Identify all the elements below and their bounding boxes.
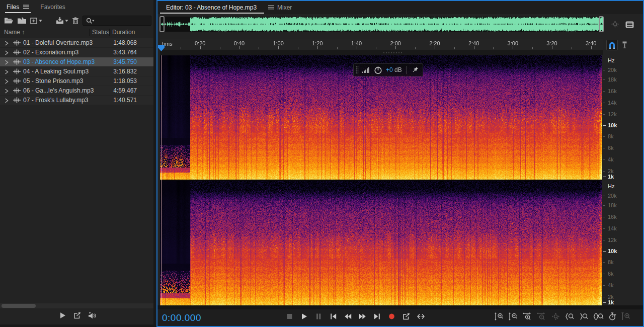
column-duration[interactable]: Duration	[112, 29, 135, 36]
frequency-scale-left-channel[interactable]: Hz20k18k16k14k12k10k8k6k4k2k1k	[603, 55, 644, 180]
file-duration: 3:16.832	[113, 68, 137, 75]
file-row-6[interactable]: 06 - Ga...le's Anguish.mp34:59.467	[0, 86, 153, 95]
trash-icon[interactable]	[72, 17, 79, 24]
overview-left-handle[interactable]	[159, 16, 165, 32]
panel-list-icon[interactable]	[625, 21, 634, 28]
import-folder-icon[interactable]	[17, 17, 27, 24]
ruler-tick	[395, 46, 396, 49]
frequency-label: 16k	[608, 88, 617, 94]
column-name[interactable]: Name ↑	[4, 29, 25, 36]
expand-chevron-icon[interactable]	[5, 88, 9, 95]
expand-chevron-icon[interactable]	[5, 59, 9, 66]
search-input[interactable]	[83, 16, 151, 26]
zoom-scrollbar-grip[interactable]	[383, 52, 402, 53]
spectrogram-display[interactable]	[160, 55, 602, 305]
speaker-button[interactable]	[88, 312, 97, 319]
timeline-ruler[interactable]: hms0:200:401:001:201:402:002:202:403:003…	[160, 39, 603, 50]
ruler-time-label: 2:20	[429, 40, 440, 46]
frequency-label: 20k	[608, 67, 617, 73]
zoom-in-horizontal-button[interactable]	[523, 312, 532, 320]
tab-mixer[interactable]: Mixer	[274, 1, 295, 14]
expand-chevron-icon[interactable]	[5, 69, 9, 76]
editor-tabbar: Editor: 03 - Absence of Hope.mp3 Mixer	[156, 0, 644, 14]
ruler-buttons	[606, 40, 628, 50]
frequency-unit-label: Hz	[608, 183, 614, 189]
pause-button[interactable]	[315, 313, 323, 320]
waveform-file-icon	[13, 39, 21, 48]
frequency-tick	[603, 251, 606, 252]
frequency-tick	[603, 274, 605, 274]
expand-chevron-icon[interactable]	[5, 40, 9, 47]
next-button[interactable]	[373, 313, 381, 320]
spectrogram-canvas[interactable]	[160, 55, 602, 305]
prev-button[interactable]	[330, 313, 337, 320]
frequency-scale[interactable]: Hz20k18k16k14k12k10k8k6k4k2k1k Hz20k18k1…	[603, 55, 644, 305]
zoom-out-horizontal-button[interactable]	[537, 312, 546, 320]
forward-button[interactable]	[359, 313, 366, 320]
tab-files[interactable]: Files	[5, 0, 31, 14]
frequency-scale-right-channel[interactable]: Hz20k18k16k14k12k10k8k6k4k2k1k	[603, 181, 644, 305]
expand-chevron-icon[interactable]	[5, 50, 9, 57]
skip-move-button[interactable]	[417, 313, 425, 320]
play-button[interactable]	[59, 312, 66, 319]
file-row-2[interactable]: 02 - Excoriation.mp33:43.764	[0, 48, 153, 57]
file-row-4[interactable]: 04 - A Leaking Soul.mp33:16.832	[0, 67, 153, 76]
expand-chevron-icon[interactable]	[5, 98, 9, 105]
loop-button[interactable]	[403, 313, 410, 320]
record-button[interactable]	[388, 313, 395, 320]
gain-hud[interactable]: +0 dB	[353, 63, 423, 76]
zoom-in-point-button[interactable]	[565, 312, 575, 320]
overview-waveform[interactable]	[160, 17, 603, 32]
pin-icon[interactable]	[412, 66, 419, 73]
files-hscrollbar-thumb[interactable]	[2, 304, 36, 308]
zoom-reset-button[interactable]	[551, 312, 560, 320]
file-duration: 1:18.053	[113, 77, 137, 85]
frequency-tick	[603, 171, 605, 172]
timer-button[interactable]	[608, 312, 617, 320]
file-row-1[interactable]: 01 - Doleful Overture.mp31:48.068	[0, 38, 153, 47]
pan-zoom-icon[interactable]	[611, 21, 619, 29]
magnet-icon	[608, 41, 616, 49]
hud-grip-icon[interactable]	[356, 66, 359, 74]
footer-gap	[157, 305, 643, 309]
time-display[interactable]: 0:00.000	[162, 312, 201, 323]
files-column-headers[interactable]: Name ↑ Status Duration	[0, 28, 153, 37]
waveform-file-icon	[13, 58, 21, 67]
files-panel: Files Favorites Name ↑ Status Duration 0…	[0, 0, 153, 324]
stop-button[interactable]	[286, 313, 293, 320]
gain-knob-icon[interactable]	[374, 66, 382, 74]
loop-button[interactable]	[73, 312, 81, 319]
playhead-line	[161, 55, 162, 305]
zoom-playhead-button[interactable]	[621, 312, 631, 320]
zoom-in-vertical-button[interactable]	[495, 312, 504, 320]
file-row-3[interactable]: 03 - Absence of Hope.mp33:45.750	[0, 57, 153, 66]
play-button[interactable]	[300, 313, 308, 320]
open-folder-icon[interactable]	[4, 17, 14, 24]
snap-button[interactable]	[606, 40, 618, 50]
zoom-out-point-button[interactable]	[579, 312, 589, 320]
file-row-5[interactable]: 05 - Stone Prison.mp31:18.053	[0, 76, 153, 86]
editor-panel-menu-icon[interactable]	[268, 5, 274, 10]
horizontal-zoom-scrollbar[interactable]	[160, 50, 603, 55]
overview-right-handle[interactable]	[599, 16, 604, 32]
ruler-tick	[200, 46, 201, 49]
new-item-icon[interactable]	[30, 18, 42, 24]
marker-pin-icon[interactable]	[621, 41, 628, 49]
frequency-tick	[603, 240, 605, 240]
zoom-out-vertical-button[interactable]	[509, 312, 518, 320]
frequency-label: 1k	[608, 299, 614, 305]
overview-waveform-canvas[interactable]	[160, 17, 603, 32]
file-row-7[interactable]: 07 - Frosk's Lullaby.mp31:40.571	[0, 96, 153, 105]
column-status[interactable]: Status	[92, 29, 109, 36]
rewind-button[interactable]	[344, 313, 352, 320]
file-name: 04 - A Leaking Soul.mp3	[23, 68, 89, 75]
frequency-label: 8k	[608, 133, 614, 139]
files-panel-menu-icon[interactable]	[23, 5, 29, 9]
tab-favorites[interactable]: Favorites	[39, 0, 66, 14]
files-hscrollbar[interactable]	[0, 303, 153, 308]
import-media-icon[interactable]	[56, 17, 68, 24]
tab-editor[interactable]: Editor: 03 - Absence of Hope.mp3	[160, 1, 257, 14]
gain-value[interactable]: +0 dB	[386, 66, 402, 73]
zoom-selection-button[interactable]	[593, 312, 604, 320]
expand-chevron-icon[interactable]	[5, 78, 9, 86]
